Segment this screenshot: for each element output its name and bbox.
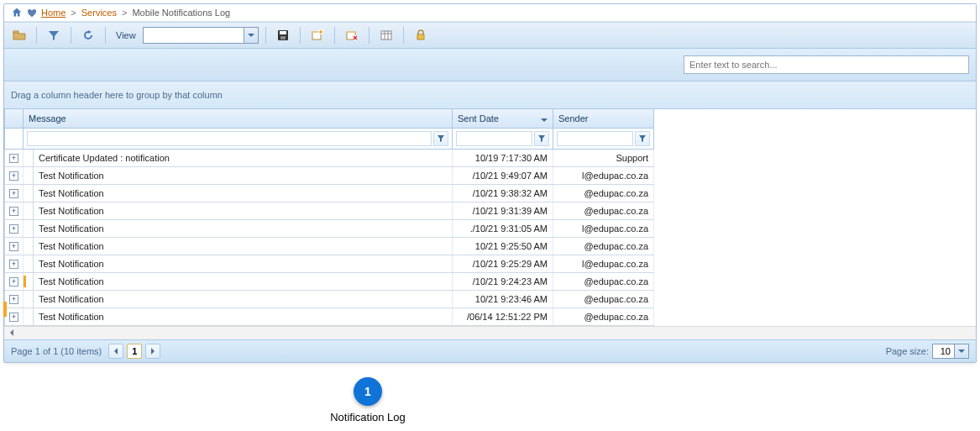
- expand-cell[interactable]: +: [5, 237, 24, 255]
- table-row[interactable]: +Test Notification10/21 9:25:50 AM@edupa…: [5, 237, 977, 255]
- refresh-button[interactable]: [78, 26, 98, 45]
- sent-date-cell: /10/21 9:24:23 AM: [453, 272, 553, 290]
- filler-cell: [654, 255, 976, 272]
- expand-cell[interactable]: +: [5, 272, 24, 290]
- column-header-sender[interactable]: Sender: [553, 109, 654, 128]
- expand-cell[interactable]: +: [5, 307, 24, 325]
- message-cell: Test Notification: [34, 290, 453, 307]
- sent-date-cell: /10/21 9:31:39 AM: [453, 202, 553, 219]
- page-size-dropdown-button[interactable]: [954, 344, 969, 359]
- table-row[interactable]: +Test Notification/10/21 9:25:29 AMl@edu…: [5, 255, 977, 272]
- sent-date-cell: /10/21 9:49:07 AM: [453, 166, 553, 184]
- svg-rect-2: [280, 31, 286, 34]
- filler-cell: [654, 166, 976, 184]
- row-marker-cell: [24, 219, 34, 237]
- sent-date-cell: /10/21 9:38:32 AM: [453, 184, 553, 202]
- expand-row-button[interactable]: +: [9, 277, 18, 286]
- expand-cell[interactable]: +: [5, 255, 24, 272]
- row-marker-cell: [24, 184, 34, 202]
- breadcrumb-services[interactable]: Services: [81, 8, 117, 18]
- table-row[interactable]: +Test Notification/10/21 9:49:07 AMl@edu…: [5, 166, 977, 184]
- open-folder-button[interactable]: [9, 26, 29, 45]
- expand-row-button[interactable]: +: [9, 295, 18, 304]
- filter-cell-sender: [553, 128, 654, 149]
- filter-input-sender[interactable]: [557, 131, 633, 146]
- page-size-input[interactable]: [932, 344, 954, 359]
- sender-cell: @edupac.co.za: [553, 272, 654, 290]
- sender-cell: l@edupac.co.za: [553, 255, 654, 272]
- table-row[interactable]: +Test Notification/10/21 9:31:39 AM@edup…: [5, 202, 977, 219]
- toolbar: View: [4, 22, 976, 49]
- sender-cell: @edupac.co.za: [553, 184, 654, 202]
- filter-input-message[interactable]: [27, 131, 432, 146]
- horizontal-scrollbar[interactable]: [4, 326, 976, 339]
- filter-button-sent-date[interactable]: [534, 131, 549, 146]
- message-cell: Test Notification: [34, 184, 453, 202]
- expand-cell[interactable]: +: [5, 219, 24, 237]
- table-row[interactable]: +Test Notification10/21 9:23:46 AM@edupa…: [5, 290, 977, 307]
- message-cell: Test Notification: [34, 219, 453, 237]
- callout-number: 1: [354, 377, 382, 406]
- svg-rect-0: [13, 31, 18, 33]
- lock-button[interactable]: [411, 26, 431, 45]
- expand-row-button[interactable]: +: [9, 242, 18, 251]
- expand-cell[interactable]: +: [5, 184, 24, 202]
- column-header-message[interactable]: Message: [24, 109, 453, 128]
- expand-row-button[interactable]: +: [9, 154, 18, 163]
- columns-button[interactable]: [376, 26, 396, 45]
- expand-cell[interactable]: +: [5, 166, 24, 184]
- table-row[interactable]: +Test Notification/10/21 9:24:23 AM@edup…: [5, 272, 977, 290]
- svg-rect-8: [347, 31, 355, 33]
- sent-date-cell: /10/21 9:25:29 AM: [453, 255, 553, 272]
- page-size-combo[interactable]: [932, 344, 969, 359]
- sender-cell: l@edupac.co.za: [553, 166, 654, 184]
- breadcrumb-sep: >: [71, 8, 76, 18]
- expand-row-button[interactable]: +: [9, 171, 18, 181]
- table-row[interactable]: +Test Notification/10/21 9:38:32 AM@edup…: [5, 184, 977, 202]
- scroll-left-icon[interactable]: [8, 329, 16, 337]
- save-button[interactable]: [273, 26, 293, 45]
- column-header-sent-date[interactable]: Sent Date: [453, 109, 553, 128]
- filter-input-sent-date[interactable]: [456, 131, 532, 146]
- expand-row-button[interactable]: +: [9, 224, 18, 234]
- toolbar-separator: [71, 27, 71, 44]
- table-row[interactable]: +Certificate Updated : notification10/19…: [5, 149, 977, 166]
- breadcrumb-home[interactable]: Home: [41, 8, 66, 18]
- breadcrumb: Home > Services > Mobile Notifications L…: [4, 4, 976, 22]
- delete-button[interactable]: [342, 26, 362, 45]
- row-marker-cell: [24, 202, 34, 219]
- expand-row-button[interactable]: +: [9, 207, 18, 216]
- add-button[interactable]: [307, 26, 328, 45]
- expand-cell[interactable]: +: [5, 202, 24, 219]
- view-dropdown-button[interactable]: [244, 27, 259, 44]
- pager-prev-button[interactable]: [108, 344, 123, 359]
- row-marker-cell: [24, 255, 34, 272]
- row-marker-cell: [24, 307, 34, 325]
- column-header-filler: [654, 109, 976, 128]
- sender-cell: Support: [553, 149, 654, 166]
- filter-button-sender[interactable]: [635, 131, 650, 146]
- group-by-hint[interactable]: Drag a column header here to group by th…: [4, 81, 976, 109]
- expand-cell[interactable]: +: [5, 290, 24, 307]
- table-row[interactable]: +Test Notification/06/14 12:51:22 PM@edu…: [5, 307, 977, 325]
- message-cell: Test Notification: [34, 166, 453, 184]
- view-combo[interactable]: [143, 27, 259, 44]
- search-input[interactable]: [684, 55, 969, 74]
- search-row: [4, 49, 976, 81]
- message-cell: Test Notification: [34, 255, 453, 272]
- expand-cell[interactable]: +: [5, 149, 24, 166]
- expand-row-button[interactable]: +: [9, 260, 18, 269]
- pager-info: Page 1 of 1 (10 items): [11, 346, 102, 356]
- filter-button[interactable]: [44, 26, 64, 45]
- pager-page-1[interactable]: 1: [127, 344, 142, 359]
- home-icon[interactable]: [11, 7, 23, 18]
- expand-row-button[interactable]: +: [9, 189, 18, 198]
- pager-next-button[interactable]: [145, 344, 160, 359]
- filter-button-message[interactable]: [433, 131, 448, 146]
- expand-row-button[interactable]: +: [9, 313, 18, 322]
- view-input[interactable]: [143, 27, 244, 44]
- table-row[interactable]: +Test Notification./10/21 9:31:05 AMl@ed…: [5, 219, 977, 237]
- favorite-icon[interactable]: [26, 7, 38, 18]
- toolbar-separator: [369, 27, 369, 44]
- sent-date-cell: 10/21 9:23:46 AM: [453, 290, 553, 307]
